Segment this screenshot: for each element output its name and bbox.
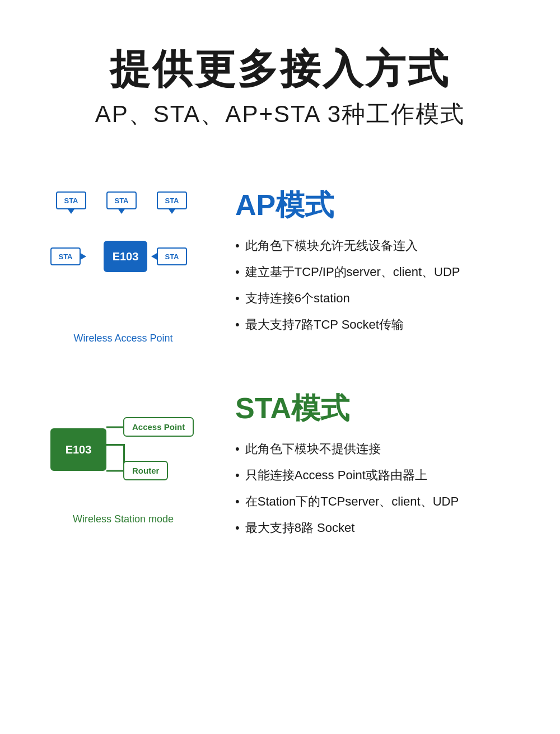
e103-ap-box: E103 [104, 241, 147, 272]
sta-box-mid-left: STA [50, 247, 81, 265]
ap-content-area: AP模式 此角色下模块允许无线设备连入 建立基于TCP/IP的server、cl… [213, 186, 526, 342]
sta-diagram: E103 Access Point [45, 395, 202, 507]
main-title: 提供更多接入方式 [34, 45, 526, 93]
ap-bullet-4: 最大支持7路TCP Socket传输 [235, 315, 526, 334]
sta-box-top-left: STA [56, 191, 86, 209]
sta-box-top-center: STA [106, 191, 137, 209]
subtitle: AP、STA、AP+STA 3种工作模式 [34, 99, 526, 130]
sta-bullet-2: 只能连接Access Point或路由器上 [235, 466, 526, 484]
sta-bullet-4: 最大支持8路 Socket [235, 518, 526, 537]
page-container: 提供更多接入方式 AP、STA、AP+STA 3种工作模式 STA STA [0, 0, 560, 578]
ap-bullet-3: 支持连接6个station [235, 289, 526, 307]
sta-bullet-list: 此角色下模块不提供连接 只能连接Access Point或路由器上 在Stati… [235, 440, 526, 537]
header-section: 提供更多接入方式 AP、STA、AP+STA 3种工作模式 [34, 22, 526, 141]
ap-bullet-list: 此角色下模块允许无线设备连入 建立基于TCP/IP的server、client、… [235, 236, 526, 334]
ap-bullet-1: 此角色下模块允许无线设备连入 [235, 236, 526, 255]
ap-mode-title: AP模式 [235, 186, 526, 225]
e103-sta-box: E103 [50, 428, 106, 471]
ap-diagram-area: STA STA STA [34, 186, 213, 344]
ap-diagram-label: Wireless Access Point [73, 333, 172, 344]
sta-bullet-3: 在Station下的TCPserver、client、UDP [235, 492, 526, 511]
connect-line-h [106, 444, 123, 446]
sta-diagram-label: Wireless Station mode [73, 513, 174, 525]
sta-box-top-right: STA [157, 191, 187, 209]
access-point-box: Access Point [123, 417, 194, 437]
ap-mode-section: STA STA STA [34, 175, 526, 356]
ap-diagram: STA STA STA [45, 191, 202, 326]
ap-bullet-2: 建立基于TCP/IP的server、client、UDP [235, 263, 526, 281]
sta-box-mid-right: STA [157, 247, 187, 265]
sta-mode-title: STA模式 [235, 389, 526, 428]
sta-content-area: STA模式 此角色下模块不提供连接 只能连接Access Point或路由器上 … [213, 389, 526, 545]
sta-bullet-1: 此角色下模块不提供连接 [235, 440, 526, 458]
sta-mode-section: E103 Access Point [34, 378, 526, 556]
router-box: Router [123, 461, 168, 480]
sta-diagram-area: E103 Access Point [34, 389, 213, 525]
